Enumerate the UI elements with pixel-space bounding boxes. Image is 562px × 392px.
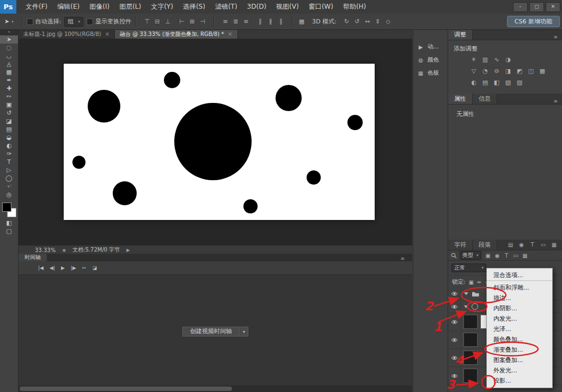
auto-select-checkbox[interactable] <box>27 19 33 25</box>
distribute-top-edges-icon[interactable]: ≡ <box>221 17 230 27</box>
tab-timeline[interactable]: 时间轴 <box>19 254 47 261</box>
panel-tab-icon-styles[interactable]: ▤ <box>506 242 515 248</box>
scrollbar-thumb[interactable] <box>20 387 232 391</box>
filter-pixel-layers-icon[interactable]: ▣ <box>484 253 492 259</box>
3d-slide-icon[interactable]: ⇕ <box>373 17 383 27</box>
3d-rotate-icon[interactable]: ↻ <box>342 17 352 27</box>
menu-item-drop-shadow[interactable]: 投影... <box>487 376 552 386</box>
menu-item-stroke[interactable]: 描边... <box>487 293 552 303</box>
previous-frame-button[interactable]: ◀| <box>50 265 55 271</box>
menu-type[interactable]: 文字(Y) <box>146 0 178 14</box>
align-left-edges-icon[interactable]: ⊢ <box>177 17 187 27</box>
posterize-icon[interactable]: ▤ <box>480 78 490 87</box>
lock-transparent-pixels-icon[interactable]: ▣ <box>469 279 474 285</box>
status-menu-arrow-icon[interactable]: ▶ <box>126 248 130 253</box>
healing-brush-tool[interactable]: ✚ <box>0 84 18 93</box>
brush-tool[interactable]: ✏ <box>0 93 18 101</box>
align-top-edges-icon[interactable]: ⊤ <box>142 17 152 27</box>
photo-filter-icon[interactable]: ◩ <box>515 67 524 76</box>
minimize-button[interactable]: – <box>513 2 528 12</box>
panel-tab-icon-adjust[interactable]: ◉ <box>517 242 526 248</box>
tab-adjustments[interactable]: 调整 <box>448 29 473 40</box>
marquee-tool[interactable]: ◌ <box>0 44 18 52</box>
panel-menu-icon[interactable]: ≡ <box>553 34 558 40</box>
lasso-tool[interactable]: ◡ <box>0 52 18 60</box>
menu-item-bevel-emboss[interactable]: 斜面和浮雕... <box>487 283 552 293</box>
cs6-new-features-badge[interactable]: CS6 新增功能 <box>507 16 560 27</box>
align-horizontal-centers-icon[interactable]: ⊞ <box>187 17 197 27</box>
layer-thumbnail[interactable] <box>463 369 478 383</box>
align-right-edges-icon[interactable]: ⊣ <box>198 17 207 27</box>
gradient-map-icon[interactable]: ▧ <box>503 78 513 87</box>
layer-thumbnail[interactable] <box>463 351 478 365</box>
menu-item-color-overlay[interactable]: 颜色叠加... <box>487 334 552 345</box>
path-selection-tool[interactable]: ▷ <box>0 166 18 174</box>
quick-mask-button[interactable]: ◧ <box>0 219 18 227</box>
distribute-vertical-centers-icon[interactable]: ≣ <box>231 17 241 27</box>
curves-icon[interactable]: ∿ <box>492 56 502 64</box>
distribute-right-edges-icon[interactable]: ∥ <box>276 17 286 27</box>
panel-tab-icon-shape[interactable]: ▭ <box>539 242 547 248</box>
canvas[interactable] <box>19 39 412 245</box>
menu-item-satin[interactable]: 光泽... <box>487 324 552 334</box>
threshold-icon[interactable]: ◧ <box>492 78 502 87</box>
menu-item-inner-glow[interactable]: 内发光... <box>487 314 552 324</box>
hue-saturation-icon[interactable]: ◔ <box>480 67 490 76</box>
menu-item-blending-options[interactable]: 混合选项... <box>487 270 552 281</box>
visibility-toggle[interactable] <box>448 287 461 300</box>
document-tab-ronghe[interactable]: 融合 @ 33.33% (渐变颜色叠加, RGB/8) * × <box>115 29 238 39</box>
menu-window[interactable]: 窗口(W) <box>304 0 338 14</box>
levels-icon[interactable]: ▥ <box>480 56 490 64</box>
filter-adjustment-layers-icon[interactable]: ◉ <box>493 253 502 259</box>
disclosure-triangle-icon[interactable] <box>464 305 468 308</box>
play-button[interactable]: ▶ <box>61 265 65 271</box>
3d-scale-icon[interactable]: ◇ <box>383 17 393 27</box>
color-panel-button[interactable]: ◍ 颜色 <box>413 53 448 66</box>
black-white-icon[interactable]: ◨ <box>503 67 513 76</box>
shape-tool[interactable]: ◯ <box>0 174 18 182</box>
exposure-icon[interactable]: ◑ <box>503 56 513 64</box>
tab-properties[interactable]: 属性 <box>448 94 473 104</box>
filter-shape-layers-icon[interactable]: ▭ <box>512 253 520 259</box>
menu-file[interactable]: 文件(F) <box>21 0 52 14</box>
brightness-contrast-icon[interactable]: ☀ <box>469 56 479 64</box>
crop-tool[interactable]: ▦ <box>0 68 18 76</box>
eyedropper-tool[interactable]: ✒ <box>0 76 18 84</box>
timeline-scrollbar[interactable] <box>19 385 412 392</box>
menu-item-outer-glow[interactable]: 外发光... <box>487 365 552 376</box>
type-tool[interactable]: T <box>0 158 18 166</box>
invert-icon[interactable]: ◐ <box>469 78 479 87</box>
blur-tool[interactable]: ◒ <box>0 133 18 142</box>
toolbar-collapse-button[interactable]: « <box>0 29 18 35</box>
color-balance-icon[interactable]: ⊖ <box>492 67 502 76</box>
create-video-timeline-caret[interactable]: ▼ <box>240 327 248 336</box>
maximize-button[interactable]: ▢ <box>529 2 544 12</box>
menu-select[interactable]: 选择(S) <box>178 0 210 14</box>
pen-tool[interactable]: ✑ <box>0 150 18 158</box>
zoom-level[interactable]: 33.33% <box>35 247 56 253</box>
panel-tab-icon-type[interactable]: T <box>528 242 536 248</box>
screen-mode-button[interactable]: ▢ <box>0 227 18 235</box>
lock-image-pixels-icon[interactable]: ✏ <box>477 279 481 285</box>
align-vertical-centers-icon[interactable]: ⊟ <box>152 17 162 27</box>
menu-item-gradient-overlay[interactable]: 渐变叠加... <box>487 345 552 355</box>
3d-roll-icon[interactable]: ↺ <box>352 17 362 27</box>
quick-selection-tool[interactable]: ◬ <box>0 60 18 68</box>
move-tool[interactable]: ➤ <box>0 35 18 44</box>
panel-tab-icon-grid[interactable]: ▦ <box>550 242 558 248</box>
first-frame-button[interactable]: |◀ <box>38 265 44 271</box>
menu-edit[interactable]: 编辑(E) <box>52 0 84 14</box>
menu-filter[interactable]: 滤镜(T) <box>210 0 242 14</box>
tab-paragraph[interactable]: 段落 <box>473 240 497 250</box>
color-lookup-icon[interactable]: ▦ <box>537 67 547 76</box>
vibrance-icon[interactable]: ▽ <box>469 67 479 76</box>
transition-button[interactable]: ◪ <box>92 265 97 271</box>
actions-panel-button[interactable]: ▶ 动... <box>413 40 448 53</box>
menu-item-inner-shadow[interactable]: 内阴影... <box>487 303 552 314</box>
create-video-timeline-button[interactable]: 创建视频时间轴 <box>182 327 240 336</box>
menu-image[interactable]: 图像(I) <box>84 0 114 14</box>
tab-info[interactable]: 信息 <box>473 94 497 104</box>
dodge-tool[interactable]: ◐ <box>0 142 18 150</box>
clone-stamp-tool[interactable]: ▣ <box>0 101 18 109</box>
close-icon[interactable]: × <box>228 31 232 37</box>
